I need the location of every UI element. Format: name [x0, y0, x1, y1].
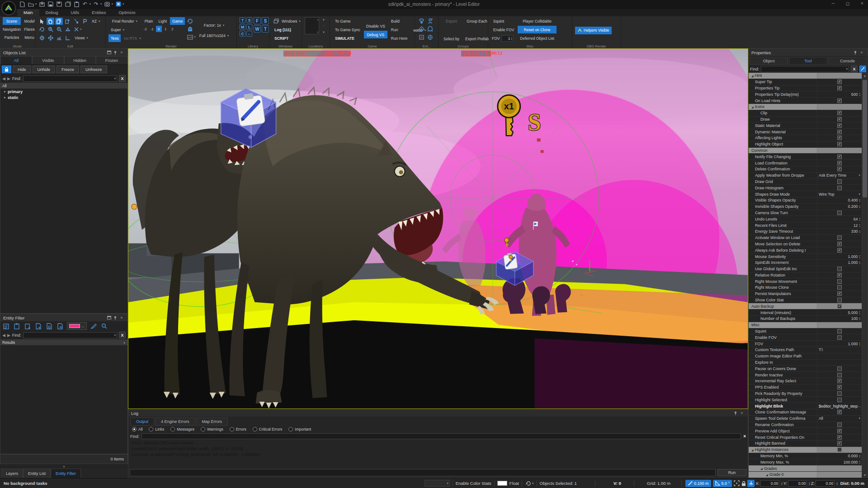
property-row[interactable]: ◢Clip ✓ ▴▾ ▾ … × ↻	[749, 110, 862, 117]
ribbon-tab[interactable]: Main	[17, 9, 39, 16]
scroll-down-icon[interactable]: ▼	[862, 472, 868, 478]
checkbox[interactable]: ✓	[837, 373, 842, 377]
checkbox[interactable]: ✓	[837, 379, 842, 383]
rotate-tool-icon[interactable]	[38, 26, 46, 33]
console-command-input[interactable]	[130, 469, 716, 476]
property-row[interactable]: ◢Highlight Blink ✓ $editor_highlight_ste…	[749, 403, 862, 409]
exposure-button[interactable]: -1	[149, 26, 155, 32]
snap-angle-button[interactable]: 5.0 °	[713, 480, 732, 487]
group-each-button[interactable]: Group Each	[463, 17, 491, 25]
document-add-icon[interactable]	[34, 323, 42, 330]
y-input[interactable]: 0.00	[788, 480, 807, 487]
spinner[interactable]: ▴▾	[859, 223, 860, 227]
player-collidable-button[interactable]: Player Collidable	[518, 17, 557, 25]
location-menu-caret[interactable]: ▾	[321, 29, 327, 34]
lock-icon[interactable]	[740, 480, 747, 487]
property-row[interactable]: ◢Properties Tip ✓ ▴▾ ▾ … × ↻	[749, 85, 862, 92]
entity-tool-6-icon[interactable]	[426, 33, 434, 41]
dropdown-arrow-icon[interactable]: ▾	[859, 192, 860, 196]
axis-lock-caret-icon[interactable]: ▾	[80, 28, 82, 31]
checkbox[interactable]: ✓	[837, 211, 842, 215]
ribbon-tab[interactable]: Debug	[39, 9, 65, 16]
property-row[interactable]: ◢Interval (minutes) ✓ 5.000 ▴▾ ▾ … × ↻	[749, 310, 862, 316]
pin-icon[interactable]	[732, 411, 739, 415]
library-tile-big[interactable]: F	[254, 17, 261, 24]
exposure-button[interactable]: -2	[142, 26, 148, 32]
close-icon[interactable]: ×	[739, 411, 745, 415]
property-row[interactable]: ◢Draw ✓ ▴▾ ▾ … × ↻	[749, 117, 862, 123]
app-logo-icon[interactable]	[1, 1, 16, 15]
property-row[interactable]: ◢Mouse Sensitivity ✓ 1.000 ▴▾ ▾ … × ↻	[749, 253, 862, 260]
entity-tool-4-icon[interactable]	[426, 25, 434, 33]
dropdown-arrow-icon[interactable]: ▾	[859, 417, 860, 420]
reset-on-clone-button[interactable]: Reset on Clone	[518, 26, 557, 33]
pin-icon[interactable]	[852, 51, 859, 55]
lock-button[interactable]	[2, 66, 11, 73]
ghost-icon[interactable]	[186, 25, 194, 33]
edit-filter-button[interactable]	[859, 66, 866, 72]
log-filter-radio[interactable]: All	[132, 427, 142, 432]
spinner[interactable]: ▴▾	[859, 261, 860, 265]
property-row[interactable]: ◢Undo Levels ✓ 64 ▴▾ ▾ … × ↻	[749, 216, 862, 222]
log-filter-radio[interactable]: Warnings	[201, 427, 223, 432]
zoom-out-icon[interactable]	[55, 26, 63, 33]
checkbox[interactable]: ✓	[837, 117, 842, 122]
checkbox[interactable]: ✓	[837, 285, 842, 290]
clear-find-button[interactable]: X	[119, 75, 126, 82]
objects-find-input[interactable]	[23, 75, 117, 82]
log-tab[interactable]: Output	[130, 418, 154, 426]
property-row[interactable]: ◢Memory Min, % ✓ 0.000 ▴▾ ▾ … × ↻	[749, 453, 862, 460]
clear-find-button[interactable]: X	[851, 66, 858, 72]
library-tile[interactable]: M	[240, 24, 245, 30]
property-row[interactable]: ◢Right Mouse Movement ✓ ▴▾ ▾ … × ↻	[749, 278, 862, 285]
select-by-button[interactable]: Select by	[441, 35, 462, 42]
document-run-icon[interactable]	[45, 323, 53, 330]
checkbox[interactable]: ✓	[837, 329, 842, 333]
library-tile[interactable]: L	[246, 24, 252, 30]
forward-icon[interactable]: ▶	[7, 333, 10, 338]
clipboard-icon[interactable]	[13, 323, 21, 330]
dock-tab[interactable]: Entity List	[23, 469, 51, 478]
entity-tool-5-icon[interactable]	[418, 33, 425, 41]
checkbox[interactable]: ✓	[837, 123, 842, 128]
properties-tab[interactable]: Object	[750, 57, 788, 65]
factor-dropdown[interactable]: Factor: 1x	[197, 21, 231, 29]
render-cycle-icon[interactable]	[186, 17, 194, 24]
property-row[interactable]: ◢Right Mouse Clone ✓ ▴▾ ▾ … × ↻	[749, 285, 862, 291]
exposure-button[interactable]: 0	[156, 26, 162, 32]
pivot-tool-icon[interactable]	[81, 18, 89, 25]
entity-tool-3-icon[interactable]	[418, 25, 425, 33]
checkbox[interactable]: ✓	[837, 161, 842, 165]
checkbox[interactable]: ✓	[837, 304, 842, 309]
export-button[interactable]: Export	[441, 17, 462, 25]
objects-list-button[interactable]: Unhide	[33, 66, 56, 73]
checkbox[interactable]: ✓	[837, 366, 842, 371]
to-game-button[interactable]: To Game	[333, 17, 363, 25]
zoom-in-icon[interactable]	[47, 26, 54, 33]
property-row[interactable]: ◢Highlight Instances ✓ ▴▾ ▾ … × ↻	[749, 447, 862, 453]
more-icon[interactable]: …	[858, 404, 861, 408]
property-row[interactable]: ◢Move Selection on Delete ✓ ▴▾ ▾ … × ↻	[749, 241, 862, 248]
property-row[interactable]: ◢On Load Hints ✓ ▴▾ ▾ … × ↻	[749, 98, 862, 104]
helpers-visible-button[interactable]: Helpers Visible	[575, 27, 612, 34]
property-row[interactable]: ◢Draw Histogram ✓ ▴▾ ▾ … × ↻	[749, 185, 862, 191]
ribbon-button[interactable]: Navigation	[3, 25, 21, 33]
spinner[interactable]: ▴▾	[859, 317, 860, 321]
property-row[interactable]: ◢Misc ✓ ▴▾ ▾ … × ↻	[749, 322, 862, 328]
checkbox[interactable]: ✓	[837, 179, 842, 184]
spinner[interactable]: ▴▾	[859, 217, 860, 221]
collapse-icon[interactable]: ▲	[123, 341, 126, 344]
to-game-sync-button[interactable]: To Game Sync	[333, 26, 363, 33]
expander-icon[interactable]: ◢	[751, 105, 754, 108]
x-input[interactable]: 0.00	[760, 480, 779, 487]
checkbox[interactable]: ✓	[837, 167, 842, 171]
property-row[interactable]: ◢Highlight Selected ✓ ▴▾ ▾ … × ↻	[749, 397, 862, 403]
final-render-dropdown[interactable]: Final Render	[108, 17, 141, 25]
pin-icon[interactable]	[112, 316, 118, 320]
library-tile[interactable]: C	[240, 31, 245, 37]
checkbox[interactable]: ✓	[837, 422, 842, 427]
log-filter-radio[interactable]: Errors	[230, 427, 246, 432]
entity-find-input[interactable]	[23, 332, 117, 338]
spinner[interactable]: ▴▾	[859, 254, 860, 258]
log-filter-radio[interactable]: Links	[149, 427, 164, 432]
